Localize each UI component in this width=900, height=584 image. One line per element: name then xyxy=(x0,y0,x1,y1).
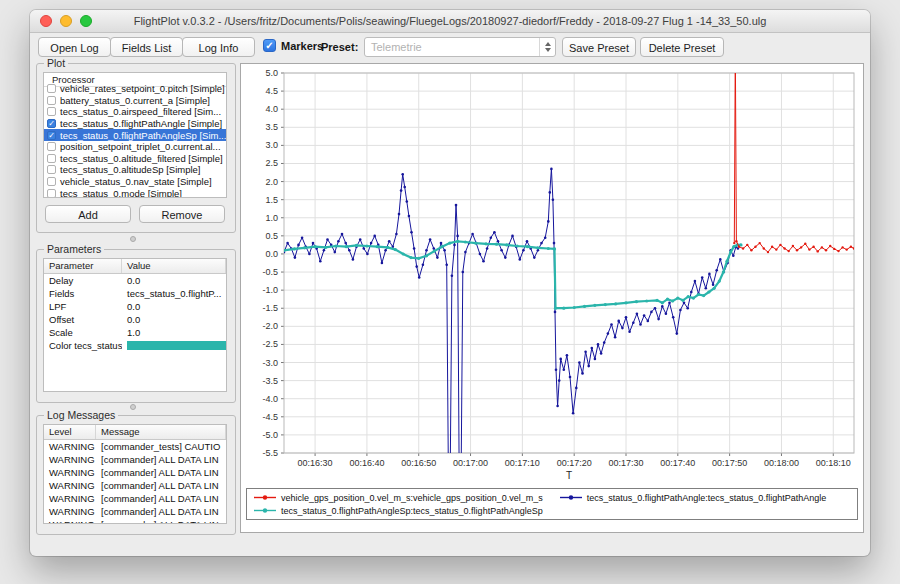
param-row[interactable]: Fieldstecs_status_0.flightP... xyxy=(44,287,226,300)
field-label: vehicle_status_0.nav_state [Simple] xyxy=(60,176,212,187)
field-checkbox[interactable] xyxy=(47,96,56,105)
titlebar[interactable]: FlightPlot v.0.3.2 - /Users/fritz/Docume… xyxy=(30,10,870,33)
param-row[interactable]: Offset0.0 xyxy=(44,313,226,326)
splitter-handle[interactable] xyxy=(130,404,136,410)
field-label: tecs_status_0.flightPathAngleSp [Sim... xyxy=(60,130,226,141)
svg-text:00:18:00: 00:18:00 xyxy=(764,458,799,468)
field-checkbox[interactable] xyxy=(47,142,56,151)
svg-text:-1.5: -1.5 xyxy=(262,303,278,313)
list-item[interactable]: tecs_status_0.airspeed_filtered [Sim... xyxy=(44,106,226,118)
param-row[interactable]: LPF0.0 xyxy=(44,300,226,313)
list-item[interactable]: position_setpoint_triplet_0.current.al..… xyxy=(44,141,226,153)
field-checkbox[interactable] xyxy=(47,84,56,93)
param-value: 0.0 xyxy=(122,274,226,287)
field-label: tecs_status_0.airspeed_filtered [Sim... xyxy=(60,106,221,117)
markers-toggle: ✓ Markers xyxy=(263,39,323,52)
log-message: [commander] ALL DATA LIN xyxy=(96,518,226,524)
log-row[interactable]: WARNING[commander] ALL DATA LIN xyxy=(44,505,226,518)
remove-field-button[interactable]: Remove xyxy=(139,205,225,223)
field-checkbox[interactable] xyxy=(47,165,56,174)
markers-checkbox[interactable]: ✓ xyxy=(263,39,276,52)
log-row[interactable]: WARNING[commander] ALL DATA LIN xyxy=(44,453,226,466)
splitter-handle[interactable] xyxy=(130,236,136,242)
svg-text:-0.5: -0.5 xyxy=(262,267,278,277)
log-row[interactable]: WARNING[commander] ALL DATA LIN xyxy=(44,466,226,479)
field-checkbox[interactable] xyxy=(47,107,56,116)
list-item[interactable]: tecs_status_0.mode [Simple] xyxy=(44,187,226,198)
param-value xyxy=(122,339,226,352)
param-row[interactable]: Delay0.0 xyxy=(44,274,226,287)
legend-row-1: tecs_status_0.flightPathAngleSp:tecs_sta… xyxy=(253,504,851,517)
log-messages-table[interactable]: Level Message WARNING[commander_tests] C… xyxy=(43,424,227,524)
log-level: WARNING xyxy=(44,505,96,518)
log-message: [commander] ALL DATA LIN xyxy=(96,505,226,518)
log-message: [commander] ALL DATA LIN xyxy=(96,453,226,466)
param-name: Color tecs_status_0... xyxy=(44,339,122,352)
field-checkbox[interactable]: ✓ xyxy=(47,131,56,140)
field-checkbox[interactable]: ✓ xyxy=(47,119,56,128)
chart-svg[interactable]: 5.04.54.03.53.02.52.01.51.00.50.0-0.5-1.… xyxy=(242,65,862,483)
list-item[interactable]: vehicle_status_0.nav_state [Simple] xyxy=(44,176,226,188)
log-row[interactable]: WARNING[commander] ALL DATA LIN xyxy=(44,518,226,524)
list-item[interactable]: tecs_status_0.altitudeSp [Simple] xyxy=(44,164,226,176)
save-preset-button[interactable]: Save Preset xyxy=(562,37,636,57)
svg-text:00:17:20: 00:17:20 xyxy=(557,458,592,468)
field-checkbox[interactable] xyxy=(47,189,56,198)
chevron-up-icon xyxy=(545,42,551,46)
svg-text:-5.5: -5.5 xyxy=(262,448,278,458)
log-row[interactable]: WARNING[commander] ALL DATA LIN xyxy=(44,479,226,492)
legend-marker-icon xyxy=(253,506,277,515)
log-table-body: WARNING[commander_tests] CAUTIOWARNING[c… xyxy=(44,440,226,524)
list-item[interactable]: battery_status_0.current_a [Simple] xyxy=(44,95,226,107)
zoom-button[interactable] xyxy=(80,15,92,27)
param-name: LPF xyxy=(44,300,122,313)
delete-preset-button[interactable]: Delete Preset xyxy=(640,37,724,57)
field-label: battery_status_0.current_a [Simple] xyxy=(60,95,210,106)
svg-text:2.0: 2.0 xyxy=(265,177,278,187)
col-value[interactable]: Value xyxy=(122,259,226,273)
parameters-table[interactable]: Parameter Value Delay0.0Fieldstecs_statu… xyxy=(43,258,227,392)
list-item[interactable]: ✓tecs_status_0.flightPathAngleSp [Sim... xyxy=(44,129,226,141)
chart-panel: 5.04.54.03.53.02.52.01.51.00.50.0-0.5-1.… xyxy=(240,63,864,533)
legend-item: vehicle_gps_position_0.vel_m_s:vehicle_g… xyxy=(253,493,543,503)
list-item[interactable]: vehicle_rates_setpoint_0.pitch [Simple] xyxy=(44,83,226,95)
combo-stepper-icon[interactable] xyxy=(539,38,555,56)
svg-text:-2.5: -2.5 xyxy=(262,339,278,349)
log-row[interactable]: WARNING[commander_tests] CAUTIO xyxy=(44,440,226,453)
log-info-button[interactable]: Log Info xyxy=(182,37,255,57)
param-row[interactable]: Color tecs_status_0... xyxy=(44,339,226,352)
preset-combobox[interactable]: Telemetrie xyxy=(364,37,556,57)
field-label: tecs_status_0.altitudeSp [Simple] xyxy=(60,164,200,175)
list-item[interactable]: ✓tecs_status_0.flightPathAngle [Simple] xyxy=(44,118,226,130)
add-field-button[interactable]: Add xyxy=(45,205,131,223)
list-item[interactable]: tecs_status_0.altitude_filtered [Simple] xyxy=(44,153,226,165)
field-checkbox[interactable] xyxy=(47,154,56,163)
field-checkbox[interactable] xyxy=(47,177,56,186)
log-row[interactable]: WARNING[commander] ALL DATA LIN xyxy=(44,492,226,505)
svg-text:00:16:50: 00:16:50 xyxy=(401,458,436,468)
svg-text:0.0: 0.0 xyxy=(265,249,278,259)
field-label: vehicle_rates_setpoint_0.pitch [Simple] xyxy=(60,83,225,94)
param-name: Delay xyxy=(44,274,122,287)
chart-legend: vehicle_gps_position_0.vel_m_s:vehicle_g… xyxy=(246,488,858,520)
plot-panel: Plot Processor vehicle_rates_setpoint_0.… xyxy=(36,63,236,233)
svg-text:3.5: 3.5 xyxy=(265,122,278,132)
svg-text:00:17:30: 00:17:30 xyxy=(608,458,643,468)
log-level: WARNING xyxy=(44,492,96,505)
minimize-button[interactable] xyxy=(60,15,72,27)
param-row[interactable]: Scale1.0 xyxy=(44,326,226,339)
close-button[interactable] xyxy=(40,15,52,27)
col-level[interactable]: Level xyxy=(44,425,96,439)
col-message[interactable]: Message xyxy=(96,425,226,439)
plot-field-list[interactable]: Processor vehicle_rates_setpoint_0.pitch… xyxy=(43,72,227,198)
color-swatch[interactable] xyxy=(127,341,226,350)
open-log-button[interactable]: Open Log xyxy=(38,37,111,57)
col-parameter[interactable]: Parameter xyxy=(44,259,122,273)
legend-label: vehicle_gps_position_0.vel_m_s:vehicle_g… xyxy=(281,493,543,503)
log-messages-panel: Log Messages Level Message WARNING[comma… xyxy=(36,415,236,535)
svg-text:00:17:10: 00:17:10 xyxy=(505,458,540,468)
log-message: [commander_tests] CAUTIO xyxy=(96,440,226,453)
param-name: Scale xyxy=(44,326,122,339)
window-title: FlightPlot v.0.3.2 - /Users/fritz/Docume… xyxy=(30,15,870,27)
fields-list-button[interactable]: Fields List xyxy=(110,37,183,57)
